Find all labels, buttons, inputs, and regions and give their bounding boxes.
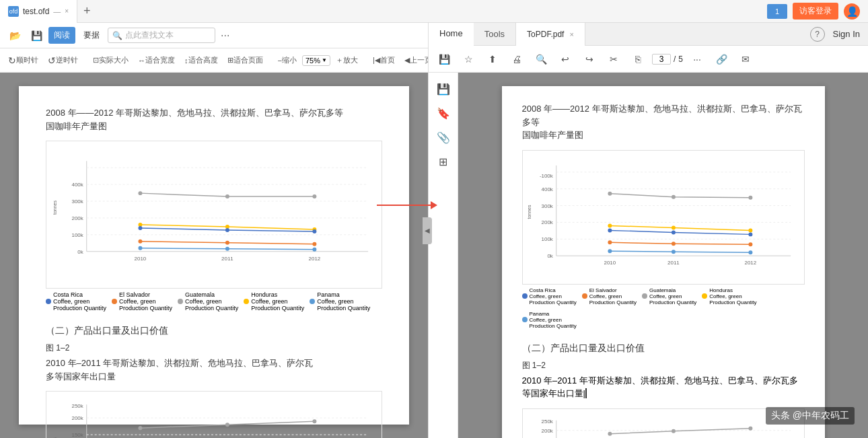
tab-area: ofd test.ofd — × +	[0, 0, 767, 23]
pdf-tab-close[interactable]: ×	[569, 30, 573, 38]
user-avatar[interactable]: 👤	[844, 3, 860, 20]
login-button[interactable]: 访客登录	[793, 3, 838, 20]
side-layers-button[interactable]: ⊞	[433, 151, 454, 172]
open-icon[interactable]: 📂	[5, 26, 24, 45]
prev-page-button[interactable]: ◀ 上一页	[400, 53, 428, 67]
svg-text:2011: 2011	[221, 256, 233, 262]
svg-point-89	[748, 250, 752, 254]
right-mail-button[interactable]: ✉	[735, 49, 756, 69]
save-icon[interactable]: 💾	[27, 26, 46, 45]
right-cut-button[interactable]: ✂	[604, 49, 624, 69]
search-area[interactable]: 🔍 点此查找文本	[108, 28, 215, 43]
actual-size-icon: ⊡	[93, 56, 99, 65]
right-search-button[interactable]: 🔍	[531, 49, 551, 69]
svg-point-46	[138, 426, 142, 430]
svg-text:300k: 300k	[541, 203, 552, 209]
legend-item: Costa RicaCoffee, greenProduction Quanti…	[46, 291, 106, 312]
tab-close[interactable]: ×	[65, 7, 69, 15]
rotate-ccw-icon: ↺	[48, 55, 56, 66]
right-chart-legend: Costa RicaCoffee, greenProduction Quanti…	[522, 287, 805, 329]
rotate-cw-button[interactable]: ↻ 顺时针	[4, 53, 42, 68]
svg-point-28	[225, 247, 229, 251]
side-bookmark-button[interactable]: 🔖	[433, 102, 454, 124]
svg-point-21	[138, 226, 142, 230]
new-tab-button[interactable]: +	[77, 2, 96, 21]
svg-text:2010: 2010	[604, 260, 616, 266]
legend-item: HondurasCoffee, greenProduction Quantity	[244, 291, 304, 312]
svg-point-106	[608, 431, 612, 435]
svg-text:2010: 2010	[135, 256, 147, 262]
right-link-button[interactable]: 🔗	[711, 49, 731, 69]
svg-text:400k: 400k	[72, 182, 83, 188]
tab-minimize[interactable]: —	[53, 7, 61, 15]
legend-cr-dot	[522, 293, 528, 299]
prev-page-icon: ◀	[404, 56, 410, 65]
right-doc-content[interactable]: 2008 年——2012 年哥斯达黎加、危地马拉、洪都拉斯、巴拿马、萨尔瓦多等国…	[458, 73, 868, 438]
right-print-button[interactable]: 🖨	[507, 49, 527, 69]
right-bookmark-button[interactable]: ☆	[458, 49, 478, 69]
right-chart-svg: 0k 100k 200k 300k 400k -100k 2010 2011 2…	[523, 151, 804, 284]
svg-point-29	[312, 248, 316, 252]
legend-costa-rica: Costa RicaCoffee, greenProduction Quanti…	[53, 291, 106, 312]
side-clip-button[interactable]: 📎	[433, 126, 454, 148]
right-copy-button[interactable]: ⎘	[628, 49, 648, 69]
right-chart-1: 0k 100k 200k 300k 400k -100k 2010 2011 2…	[522, 150, 805, 285]
collapse-panel-button[interactable]: ◀	[423, 217, 432, 244]
svg-text:tonnes: tonnes	[526, 205, 531, 219]
right-save-button[interactable]: 💾	[434, 49, 454, 69]
svg-text:0k: 0k	[77, 249, 83, 255]
svg-point-23	[312, 229, 316, 233]
help-button[interactable]: ?	[810, 27, 825, 42]
legend-el-salvador: El SalvadorCoffee, greenProduction Quant…	[119, 291, 172, 312]
fit-width-button[interactable]: ↔ 适合宽度	[134, 53, 179, 67]
fit-page-button[interactable]: ⊞ 适合页面	[223, 53, 267, 67]
more-options-button[interactable]: ···	[218, 30, 232, 42]
right-redo-button[interactable]: ↪	[579, 49, 600, 69]
annotate-mode-button[interactable]: 要据	[78, 27, 105, 44]
left-fig-label: 图 1–2	[46, 342, 382, 354]
svg-text:2012: 2012	[744, 260, 756, 266]
side-save-button[interactable]: 💾	[433, 78, 454, 100]
right-toolbar: 💾 ☆ ⬆ 🖨 🔍 ↩ ↪ ✂ ⎘ / 5 ··· 🔗 ✉	[429, 46, 868, 73]
left-toolbar: 📂 💾 阅读 要据 🔍 点此查找文本 ···	[0, 23, 428, 48]
tab-home[interactable]: Home	[429, 23, 474, 46]
sign-in-link[interactable]: Sign In	[833, 29, 860, 39]
right-undo-button[interactable]: ↩	[555, 49, 575, 69]
zoom-in-button[interactable]: ＋ 放大	[332, 53, 362, 67]
left-chart-legend: Costa RicaCoffee, greenProduction Quanti…	[46, 291, 382, 312]
page-number-input[interactable]	[652, 54, 671, 65]
legend-cr: Costa RicaCoffee, greenProduction Quanti…	[530, 287, 577, 305]
legend-item: Costa RicaCoffee, greenProduction Quanti…	[522, 287, 577, 305]
svg-point-83	[748, 232, 752, 236]
zoom-out-button[interactable]: − 缩小	[274, 53, 301, 67]
legend-item: El SalvadorCoffee, greenProduction Quant…	[582, 287, 637, 305]
search-icon: 🔍	[112, 31, 122, 40]
svg-point-24	[138, 240, 142, 244]
left-doc-content[interactable]: 2008 年——2012 年哥斯达黎加、危地马拉、洪都拉斯、巴拿马、萨尔瓦多等国…	[0, 73, 428, 438]
rotate-ccw-button[interactable]: ↺ 逆时针	[44, 53, 82, 68]
right-chart-2: 0k 50k 100k 150k 200k 250k 2010 2011 201…	[522, 408, 805, 439]
left-chart2-svg: 0k 50k 100k 150k 200k 250k 2010 2011 201…	[46, 392, 382, 438]
svg-point-27	[138, 246, 142, 250]
svg-text:100k: 100k	[541, 236, 552, 242]
app-tab[interactable]: ofd test.ofd — ×	[0, 0, 77, 23]
svg-text:0k: 0k	[547, 253, 552, 259]
zoom-level[interactable]: 75% ▼	[302, 55, 330, 66]
pdf-tab[interactable]: ToPDF.pdf ×	[515, 23, 585, 46]
legend-item: GuatemalaCoffee, greenProduction Quantit…	[642, 287, 696, 305]
right-doc-page: 2008 年——2012 年哥斯达黎加、危地马拉、洪都拉斯、巴拿马、萨尔瓦多等国…	[502, 86, 825, 438]
zoom-in-icon: ＋	[336, 55, 343, 65]
svg-point-76	[671, 194, 675, 198]
rotate-cw-icon: ↻	[8, 55, 16, 66]
first-page-button[interactable]: |◀ 首页	[369, 53, 399, 67]
legend-es: El SalvadorCoffee, greenProduction Quant…	[589, 287, 637, 305]
read-mode-button[interactable]: 阅读	[48, 27, 75, 44]
right-more-button[interactable]: ···	[687, 49, 707, 69]
right-fig-title: 2010 年–2011 年哥斯达黎加、洪都拉斯、危地马拉、巴拿马、萨尔瓦多等国家…	[522, 374, 805, 400]
actual-size-button[interactable]: ⊡ 实际大小	[89, 53, 133, 67]
legend-guatemala: GuatemalaCoffee, greenProduction Quantit…	[185, 291, 238, 312]
fit-height-button[interactable]: ↕ 适合高度	[180, 53, 222, 67]
svg-text:-100k: -100k	[539, 172, 552, 178]
right-upload-button[interactable]: ⬆	[482, 49, 503, 69]
tab-tools[interactable]: Tools	[474, 23, 515, 46]
